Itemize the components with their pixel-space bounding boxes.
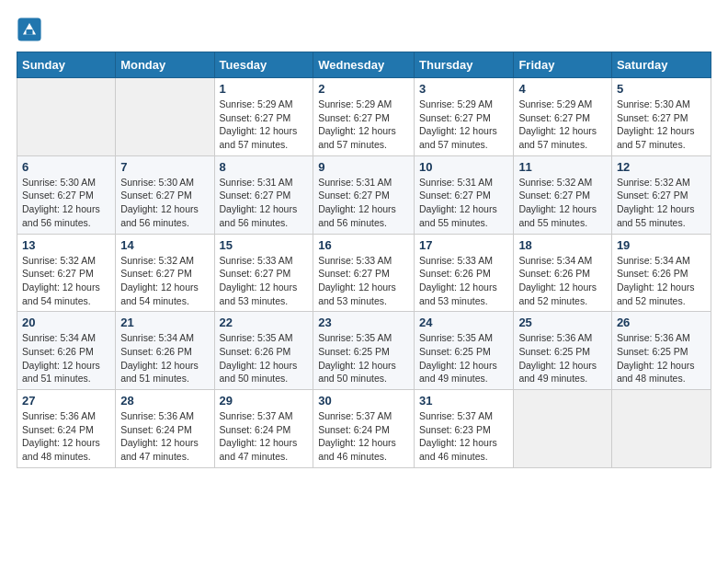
day-info: Sunrise: 5:35 AM Sunset: 6:25 PM Dayligh…: [419, 331, 508, 385]
day-info: Sunrise: 5:32 AM Sunset: 6:27 PM Dayligh…: [617, 176, 706, 230]
calendar-cell: 8Sunrise: 5:31 AM Sunset: 6:27 PM Daylig…: [214, 155, 313, 234]
day-info: Sunrise: 5:30 AM Sunset: 6:27 PM Dayligh…: [617, 98, 706, 152]
day-info: Sunrise: 5:36 AM Sunset: 6:24 PM Dayligh…: [120, 409, 209, 464]
day-info: Sunrise: 5:34 AM Sunset: 6:26 PM Dayligh…: [617, 254, 706, 308]
day-info: Sunrise: 5:32 AM Sunset: 6:27 PM Dayligh…: [518, 176, 607, 230]
weekday-header-monday: Monday: [116, 52, 214, 78]
calendar-week-row: 20Sunrise: 5:34 AM Sunset: 6:26 PM Dayli…: [17, 312, 711, 390]
weekday-header-saturday: Saturday: [611, 52, 711, 78]
day-number: 26: [617, 316, 706, 329]
day-number: 31: [419, 394, 508, 408]
day-info: Sunrise: 5:35 AM Sunset: 6:26 PM Dayligh…: [220, 331, 309, 385]
day-info: Sunrise: 5:29 AM Sunset: 6:27 PM Dayligh…: [220, 98, 309, 152]
calendar-cell: 28Sunrise: 5:36 AM Sunset: 6:24 PM Dayli…: [116, 390, 214, 468]
logo: [17, 17, 45, 42]
day-info: Sunrise: 5:31 AM Sunset: 6:27 PM Dayligh…: [419, 176, 508, 230]
day-number: 29: [220, 394, 309, 408]
calendar-cell: [514, 390, 612, 468]
calendar-cell: 27Sunrise: 5:36 AM Sunset: 6:24 PM Dayli…: [17, 390, 116, 468]
day-number: 12: [617, 160, 706, 174]
calendar-week-row: 13Sunrise: 5:32 AM Sunset: 6:27 PM Dayli…: [17, 234, 711, 312]
calendar-cell: 4Sunrise: 5:29 AM Sunset: 6:27 PM Daylig…: [514, 78, 612, 156]
calendar-cell: 20Sunrise: 5:34 AM Sunset: 6:26 PM Dayli…: [17, 312, 116, 390]
day-number: 21: [120, 316, 209, 329]
day-info: Sunrise: 5:29 AM Sunset: 6:27 PM Dayligh…: [318, 98, 409, 152]
day-number: 13: [22, 238, 110, 252]
day-number: 1: [220, 82, 309, 96]
calendar-cell: 22Sunrise: 5:35 AM Sunset: 6:26 PM Dayli…: [214, 312, 313, 390]
svg-rect-2: [27, 29, 33, 35]
calendar-cell: 13Sunrise: 5:32 AM Sunset: 6:27 PM Dayli…: [17, 234, 116, 312]
weekday-header-thursday: Thursday: [415, 52, 514, 78]
calendar-cell: 7Sunrise: 5:30 AM Sunset: 6:27 PM Daylig…: [116, 155, 214, 234]
day-number: 30: [318, 394, 409, 408]
day-number: 4: [518, 82, 607, 96]
calendar-cell: 14Sunrise: 5:32 AM Sunset: 6:27 PM Dayli…: [116, 234, 214, 312]
calendar-cell: 1Sunrise: 5:29 AM Sunset: 6:27 PM Daylig…: [214, 78, 313, 156]
calendar-cell: 23Sunrise: 5:35 AM Sunset: 6:25 PM Dayli…: [313, 312, 415, 390]
day-number: 20: [22, 316, 110, 329]
day-info: Sunrise: 5:33 AM Sunset: 6:26 PM Dayligh…: [419, 254, 508, 308]
weekday-header-tuesday: Tuesday: [214, 52, 313, 78]
day-number: 14: [120, 238, 209, 252]
day-number: 28: [120, 394, 209, 408]
calendar-cell: 2Sunrise: 5:29 AM Sunset: 6:27 PM Daylig…: [313, 78, 415, 156]
calendar-cell: 19Sunrise: 5:34 AM Sunset: 6:26 PM Dayli…: [611, 234, 711, 312]
header: [17, 17, 711, 42]
day-info: Sunrise: 5:30 AM Sunset: 6:27 PM Dayligh…: [120, 176, 209, 230]
day-number: 17: [419, 238, 508, 252]
calendar: SundayMondayTuesdayWednesdayThursdayFrid…: [17, 52, 711, 468]
day-number: 27: [22, 394, 110, 408]
day-info: Sunrise: 5:36 AM Sunset: 6:24 PM Dayligh…: [22, 409, 110, 464]
day-info: Sunrise: 5:36 AM Sunset: 6:25 PM Dayligh…: [518, 331, 607, 385]
day-info: Sunrise: 5:34 AM Sunset: 6:26 PM Dayligh…: [22, 331, 110, 385]
calendar-cell: [17, 78, 116, 156]
weekday-header-wednesday: Wednesday: [313, 52, 415, 78]
calendar-cell: 17Sunrise: 5:33 AM Sunset: 6:26 PM Dayli…: [415, 234, 514, 312]
day-number: 5: [617, 82, 706, 96]
calendar-week-row: 6Sunrise: 5:30 AM Sunset: 6:27 PM Daylig…: [17, 155, 711, 234]
calendar-week-row: 27Sunrise: 5:36 AM Sunset: 6:24 PM Dayli…: [17, 390, 711, 468]
weekday-header-sunday: Sunday: [17, 52, 116, 78]
day-info: Sunrise: 5:32 AM Sunset: 6:27 PM Dayligh…: [120, 254, 209, 308]
calendar-cell: 29Sunrise: 5:37 AM Sunset: 6:24 PM Dayli…: [214, 390, 313, 468]
day-number: 7: [120, 160, 209, 174]
calendar-cell: 16Sunrise: 5:33 AM Sunset: 6:27 PM Dayli…: [313, 234, 415, 312]
day-info: Sunrise: 5:31 AM Sunset: 6:27 PM Dayligh…: [318, 176, 409, 230]
calendar-cell: 10Sunrise: 5:31 AM Sunset: 6:27 PM Dayli…: [415, 155, 514, 234]
day-info: Sunrise: 5:36 AM Sunset: 6:25 PM Dayligh…: [617, 331, 706, 385]
calendar-cell: 30Sunrise: 5:37 AM Sunset: 6:24 PM Dayli…: [313, 390, 415, 468]
day-number: 11: [518, 160, 607, 174]
day-number: 22: [220, 316, 309, 329]
day-info: Sunrise: 5:30 AM Sunset: 6:27 PM Dayligh…: [22, 176, 110, 230]
day-info: Sunrise: 5:37 AM Sunset: 6:24 PM Dayligh…: [318, 409, 409, 464]
day-info: Sunrise: 5:29 AM Sunset: 6:27 PM Dayligh…: [518, 98, 607, 152]
calendar-cell: 21Sunrise: 5:34 AM Sunset: 6:26 PM Dayli…: [116, 312, 214, 390]
day-number: 15: [220, 238, 309, 252]
calendar-cell: 24Sunrise: 5:35 AM Sunset: 6:25 PM Dayli…: [415, 312, 514, 390]
calendar-cell: 12Sunrise: 5:32 AM Sunset: 6:27 PM Dayli…: [611, 155, 711, 234]
calendar-cell: 26Sunrise: 5:36 AM Sunset: 6:25 PM Dayli…: [611, 312, 711, 390]
calendar-cell: 3Sunrise: 5:29 AM Sunset: 6:27 PM Daylig…: [415, 78, 514, 156]
calendar-cell: [611, 390, 711, 468]
day-number: 9: [318, 160, 409, 174]
calendar-cell: [116, 78, 214, 156]
page: SundayMondayTuesdayWednesdayThursdayFrid…: [0, 0, 728, 481]
calendar-cell: 18Sunrise: 5:34 AM Sunset: 6:26 PM Dayli…: [514, 234, 612, 312]
day-number: 10: [419, 160, 508, 174]
day-number: 18: [518, 238, 607, 252]
day-info: Sunrise: 5:37 AM Sunset: 6:23 PM Dayligh…: [419, 409, 508, 464]
day-info: Sunrise: 5:32 AM Sunset: 6:27 PM Dayligh…: [22, 254, 110, 308]
day-number: 16: [318, 238, 409, 252]
calendar-cell: 6Sunrise: 5:30 AM Sunset: 6:27 PM Daylig…: [17, 155, 116, 234]
day-info: Sunrise: 5:34 AM Sunset: 6:26 PM Dayligh…: [120, 331, 209, 385]
day-number: 8: [220, 160, 309, 174]
calendar-cell: 31Sunrise: 5:37 AM Sunset: 6:23 PM Dayli…: [415, 390, 514, 468]
day-info: Sunrise: 5:33 AM Sunset: 6:27 PM Dayligh…: [220, 254, 309, 308]
day-info: Sunrise: 5:35 AM Sunset: 6:25 PM Dayligh…: [318, 331, 409, 385]
logo-icon: [17, 17, 42, 42]
day-number: 6: [22, 160, 110, 174]
day-number: 2: [318, 82, 409, 96]
calendar-cell: 9Sunrise: 5:31 AM Sunset: 6:27 PM Daylig…: [313, 155, 415, 234]
day-number: 19: [617, 238, 706, 252]
